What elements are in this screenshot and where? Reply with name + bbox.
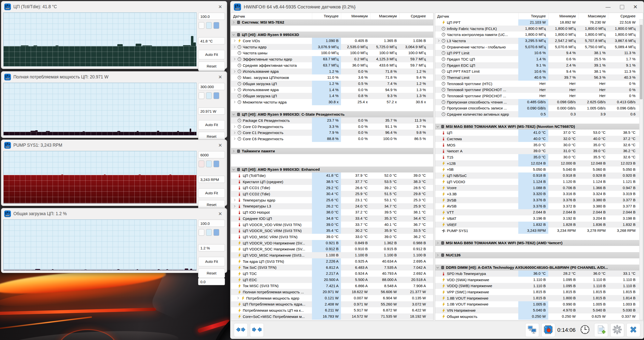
sensor-row[interactable]: ЦП IOD Hotspot38.0 °C37.2 °C39.5 °C38.1 …	[231, 209, 433, 215]
sensor-row[interactable]: Core C1 Резидентность7.9 %0.0 %96.4 %9.8…	[231, 130, 433, 136]
sensor-row[interactable]: Infinity Fabric Частота (FCLK)1,800.0 МГ…	[435, 26, 643, 32]
section-row[interactable]: Тайминги памяти	[231, 148, 433, 154]
sensor-row[interactable]: ЦП TDC2.217 A0.924 A40.793 A2.692 A	[231, 270, 433, 277]
sensor-row[interactable]: VPP (SWC) Напряжение1.815 В1.815 В1.815 …	[435, 289, 643, 295]
close-icon[interactable]: ✕	[218, 211, 223, 217]
sensor-row[interactable]: ЦП VDDIO1.124 В1.120 В1.124 В1.121 В	[435, 179, 643, 185]
sensor-row[interactable]: 1.0B VOUT Напряжение1.005 В0.990 В1.005 …	[435, 301, 643, 307]
window-title-bar[interactable]: HWiNFO® 64 v8.44-5935 Состояние датчиков…	[230, 1, 644, 13]
color-swatch-1[interactable]	[206, 92, 212, 99]
section-row[interactable]: ЦП [#0]: AMD Ryzen 9 9950X3D	[231, 32, 433, 38]
chevron-right-icon[interactable]	[236, 296, 240, 300]
sensor-row[interactable]: ЦП VDDCR_SOC VRM (SVI3 TFN)35.4 °C30.2 °…	[231, 228, 433, 234]
sensor-row[interactable]: ЦП VDDCR_VDD Напряжение (SV...0.921 В0.8…	[231, 240, 433, 246]
close-icon[interactable]: ✕	[218, 75, 223, 80]
column-header-sensor[interactable]: Датчик	[231, 14, 312, 18]
remote-monitoring-button[interactable]	[525, 323, 539, 337]
graph-title-bar[interactable]: ЦП (Tctl/Tdie): 41.8 °C	[1, 1, 227, 12]
sensor-row[interactable]: Пропускная способность записи ...0.090 G…	[435, 105, 643, 111]
sensor-row[interactable]: Тепловой троттлинг (PROCHOT ...НетНетНет…	[435, 93, 643, 99]
sensor-row[interactable]: Потребляемая мощность ядер0.121 W0.007 W…	[231, 295, 433, 301]
sensor-row[interactable]: Пропускная способность чтения ...0.485 G…	[435, 99, 643, 105]
sensor-row[interactable]: Потребляемая мощность ЦП на к...6.211 W5…	[231, 307, 433, 313]
auto-fit-button[interactable]: Auto Fit	[198, 50, 225, 59]
sensor-row[interactable]: 1.8B VOUT Напряжение1.815 В1.800 В1.815 …	[435, 295, 643, 301]
sensor-row[interactable]: Тепловой троттлинг (PROCHOT ...НетНетНет…	[435, 87, 643, 93]
sensor-row[interactable]: L3 Частота3,295.5 МГц2,547.2 МГц5,707.8 …	[435, 38, 643, 44]
sensor-row[interactable]: Thermal Limit40.6 %39.7 %56.3 %40.3 %	[435, 75, 643, 81]
sensor-row[interactable]: ЦП (Tctl/Tdie)41.8 °C37.9 °C52.0 °C39.0 …	[231, 172, 433, 179]
sensor-row[interactable]: 3VSB3.376 В3.376 В3.380 В3.377 В	[435, 197, 643, 203]
section-row[interactable]: Система: MSI MS-7E62	[231, 19, 433, 26]
vertical-scrollbar[interactable]	[639, 19, 643, 320]
sensor-row[interactable]: Package C6 Резидентность23.7 %0.0 %35.7 …	[231, 117, 433, 124]
sensor-row[interactable]: Использование ядра1.2 %0.0 %71.8 %1.2 %	[231, 69, 433, 75]
column-header-row[interactable]: Датчик Текущее Минимум Максимум Среднее	[231, 13, 433, 20]
section-row[interactable]: MSI MAG B850 TOMAHAWK MAX WIFI (MS-7E62)…	[435, 124, 643, 130]
color-swatch-2[interactable]	[214, 92, 219, 99]
color-swatch-1[interactable]	[206, 229, 212, 236]
sensor-row[interactable]: Среднее количество активных ядер0.50.33.…	[435, 111, 643, 117]
chevron-right-icon[interactable]	[436, 39, 441, 43]
settings-button[interactable]	[610, 323, 624, 337]
chevron-right-icon[interactable]	[232, 204, 237, 208]
chevron-right-icon[interactable]	[231, 149, 236, 153]
color-swatch-1[interactable]	[206, 22, 212, 29]
section-row[interactable]: NUC126	[435, 252, 643, 258]
graph-title-bar[interactable]: PUMP SYS1: 3,243 RPM	[1, 140, 227, 151]
sensor-row[interactable]: ЦП Потребляемая мощность ядра...2.408 W0…	[231, 301, 433, 307]
sensor-row[interactable]: Ток ядра ЦП (SVI3 TFN)2.226 A0.925 A40.6…	[231, 258, 433, 264]
column-header-average[interactable]: Среднее	[399, 13, 428, 19]
sensor-row[interactable]: Частота контроллера памяти (UC...1,800.0…	[435, 32, 643, 38]
color-swatch-0[interactable]	[199, 22, 204, 29]
sensor-row[interactable]: ЦП PPT Limit10.6 %9.4 %38.1 %11.3 %	[435, 50, 643, 56]
sensor-row[interactable]: PUMP SYS13,243 RPM3,234 RPM3,278 RPM3,26…	[435, 228, 643, 234]
sensor-row[interactable]: ЦП NB/SoC0.918 В0.918 В0.928 В0.920 В	[435, 172, 643, 179]
minimize-button[interactable]: —	[602, 1, 614, 13]
sensor-row[interactable]: VREF1.832 В1.828 В1.836 В1.832 В	[435, 222, 643, 228]
sensor-row[interactable]: T1535.0 °C30.0 °C35.5 °C32.6 °C	[435, 154, 643, 160]
close-sensors-button[interactable]	[626, 323, 640, 337]
sensor-row[interactable]: Общая загрузка ЦП1.2 %0.5 %7.4 %1.2 %	[231, 81, 433, 87]
chevron-right-icon[interactable]	[232, 198, 237, 202]
sensor-row[interactable]: ЦП VDD_MISC Напряжение (SVI3...1.100 В1.…	[231, 252, 433, 258]
sensor-row[interactable]: Частоты ядер3,076.9 МГц2,535.0 МГц5,725.…	[231, 44, 433, 50]
reset-button[interactable]: Reset	[198, 62, 225, 71]
chevron-right-icon[interactable]	[232, 88, 237, 92]
column-header-sensor[interactable]: Датчик	[435, 14, 518, 18]
expand-columns-button[interactable]	[234, 323, 248, 337]
chevron-right-icon[interactable]	[231, 20, 236, 24]
chevron-right-icon[interactable]	[232, 57, 237, 61]
sensor-row[interactable]: ЦП CCD2 (Tdie)30.4 °C25.9 °C51.5 °C29.8 …	[231, 191, 433, 197]
sensor-row[interactable]: Общая мощность0.250 W0.250 W0.625 W0.337…	[435, 313, 643, 320]
chevron-down-icon[interactable]	[231, 168, 236, 171]
color-swatch-0[interactable]	[199, 92, 204, 99]
section-row[interactable]: ЦП [#0]: AMD Ryzen 9 9950X3D: Enhanced	[231, 167, 433, 173]
sensor-row[interactable]: SPD Hub Температура36.0 °C28.2 °C36.0 °C…	[435, 270, 643, 277]
section-row[interactable]: ЦП [#0]: AMD Ryzen 9 9950X3D: C-State Ре…	[231, 111, 433, 117]
chevron-right-icon[interactable]	[232, 39, 237, 43]
color-swatch-2[interactable]	[214, 22, 219, 29]
chevron-right-icon[interactable]	[232, 70, 237, 74]
color-swatch-2[interactable]	[214, 161, 219, 167]
column-header-minimum[interactable]: Минимум	[548, 13, 578, 19]
column-header-row[interactable]: Датчик Текущее Минимум Максимум Среднее	[435, 13, 643, 20]
chevron-right-icon[interactable]	[232, 100, 237, 104]
sensor-row[interactable]: VTT2.044 В2.044 В2.044 В2.044 В	[435, 209, 643, 215]
maximize-button[interactable]	[616, 1, 628, 13]
column-header-minimum[interactable]: Минимум	[341, 13, 370, 19]
sensor-row[interactable]: Ограничение частоты - глобально5,070.6 М…	[435, 44, 643, 50]
sensor-row[interactable]: ЦП CCD1 (Tdie)29.2 °C26.6 °C39.2 °C28.5 …	[231, 185, 433, 191]
sensor-row[interactable]: Core C6 Резидентность88.8 %0.0 %100.0 %8…	[231, 136, 433, 142]
sensor-row[interactable]: Частота шины100.0 МГц100.0 МГц100.0 МГц1…	[231, 50, 433, 56]
sensor-row[interactable]: Полная потребляемая мощность ...20.971 W…	[231, 289, 433, 295]
close-icon[interactable]: ✕	[218, 4, 223, 10]
color-swatch-0[interactable]	[199, 161, 204, 167]
sensor-row[interactable]: Vcore1.088 В0.706 В1.366 В0.947 В	[435, 185, 643, 191]
close-button[interactable]: ✕	[629, 1, 642, 13]
auto-fit-button[interactable]: Auto Fit	[198, 120, 225, 130]
chevron-down-icon[interactable]	[231, 33, 236, 37]
scrollbar-thumb[interactable]	[640, 25, 642, 99]
column-header-maximum[interactable]: Максимум	[370, 13, 399, 19]
sensor-row[interactable]: VDDQ (SWB) Напряжение1.110 В1.095 В1.110…	[435, 283, 643, 289]
